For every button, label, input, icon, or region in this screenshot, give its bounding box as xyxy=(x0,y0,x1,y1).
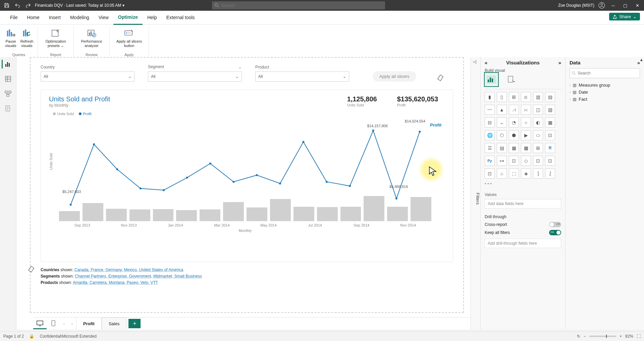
data-search[interactable] xyxy=(570,68,640,78)
tab-view[interactable]: View xyxy=(94,11,113,24)
viz-type-icon[interactable]: ▦ xyxy=(509,143,519,153)
viz-type-icon[interactable]: ◇ xyxy=(521,156,531,166)
eraser-icon[interactable] xyxy=(27,264,36,273)
viz-type-icon[interactable]: ⫼ xyxy=(521,92,531,102)
keep-filters-toggle[interactable]: On xyxy=(549,230,561,235)
viz-type-icon[interactable]: ☰ xyxy=(485,143,495,153)
fit-page-icon[interactable]: ⛶ xyxy=(637,334,641,339)
desktop-layout-icon[interactable] xyxy=(33,318,47,329)
prev-sheet-icon[interactable]: ‹ xyxy=(60,321,68,326)
viz-type-icon[interactable]: R xyxy=(545,143,555,153)
slicer-product[interactable]: Product All⌄ xyxy=(255,64,349,82)
viz-type-icon[interactable]: ⬢ xyxy=(509,130,519,140)
tab-modeling[interactable]: Modeling xyxy=(65,11,94,24)
tab-external-tools[interactable]: External tools xyxy=(162,11,200,24)
zoom-in-button[interactable]: + xyxy=(620,334,622,339)
viz-type-icon[interactable]: ○ xyxy=(521,117,531,128)
viz-type-icon[interactable]: ⩙ xyxy=(521,105,531,115)
chevron-down-icon[interactable]: ⌄ xyxy=(238,64,242,69)
tab-optimize[interactable]: Optimize xyxy=(113,10,143,25)
filters-pane-collapsed[interactable]: ◁ Filters xyxy=(471,57,481,330)
apply-slicers-button-ribbon[interactable]: Apply all slicers button xyxy=(112,27,146,48)
report-view-icon[interactable] xyxy=(2,60,12,68)
next-sheet-icon[interactable]: › xyxy=(68,321,76,326)
sheet-tab-profit[interactable]: Profit xyxy=(76,317,102,330)
mobile-layout-icon[interactable] xyxy=(47,318,60,329)
tab-help[interactable]: Help xyxy=(143,11,162,24)
model-view-icon[interactable] xyxy=(4,89,12,98)
tree-item-measures[interactable]: ›▦Measures group xyxy=(570,82,640,89)
viz-type-icon[interactable]: ▥ xyxy=(533,92,543,102)
collapse-icon[interactable]: « xyxy=(485,60,487,65)
viz-type-icon[interactable]: ▤ xyxy=(497,143,507,153)
tab-insert[interactable]: Insert xyxy=(44,11,65,24)
viz-type-icon[interactable]: ⊞ xyxy=(509,92,519,102)
viz-type-icon[interactable]: ▶ xyxy=(521,130,531,140)
viz-type-icon[interactable]: ⊡ xyxy=(533,156,543,166)
share-button[interactable]: Share ⌄ xyxy=(609,13,640,20)
viz-type-icon[interactable]: ⊡ xyxy=(509,156,519,166)
sheet-tab-sales[interactable]: Sales xyxy=(102,318,127,330)
zoom-out-button[interactable]: − xyxy=(584,334,586,339)
close-icon[interactable]: ✕ xyxy=(633,1,641,9)
viz-type-icon[interactable]: ▩ xyxy=(521,143,531,153)
viz-type-icon[interactable]: ▤ xyxy=(545,92,555,102)
add-sheet-button[interactable]: + xyxy=(128,319,141,328)
redo-icon[interactable] xyxy=(24,1,32,9)
pause-visuals-button[interactable]: Pause visuals xyxy=(3,27,19,48)
viz-type-icon[interactable]: ⟆ xyxy=(533,168,543,179)
chart-plot[interactable]: Units Sold Profit $5,247,603 $14,157,806… xyxy=(59,119,431,230)
viz-type-icon[interactable]: ⊡ xyxy=(545,130,555,140)
user-name[interactable]: Zoe Douglas (MSIT) xyxy=(558,3,594,8)
viz-type-icon[interactable]: ⬚ xyxy=(509,168,519,179)
viz-type-icon[interactable]: ⬭ xyxy=(533,130,543,140)
viz-type-icon[interactable]: ▧ xyxy=(545,105,555,115)
slicer-country[interactable]: Country All⌄ xyxy=(41,64,135,82)
zoom-level[interactable]: 82% xyxy=(625,334,633,339)
viz-type-icon[interactable]: ⊡ xyxy=(485,168,495,179)
viz-type-icon[interactable]: ⊟ xyxy=(485,117,495,128)
tab-home[interactable]: Home xyxy=(22,11,44,24)
format-visual-icon[interactable] xyxy=(505,73,518,86)
viz-type-icon[interactable]: ◔ xyxy=(509,117,519,128)
search-input[interactable] xyxy=(220,3,382,8)
refresh-visuals-button[interactable]: Refresh visuals xyxy=(19,27,35,48)
report-page[interactable]: Country All⌄ Segment⌄ All⌄ Product All⌄ … xyxy=(30,57,464,313)
viz-type-icon[interactable]: ◈ xyxy=(521,168,531,179)
tab-file[interactable]: File xyxy=(5,11,22,24)
chart-visual[interactable]: Units Sold and Profit by Monthly 1,125,8… xyxy=(41,90,453,262)
global-search[interactable] xyxy=(212,1,385,9)
viz-type-icon[interactable]: ⌄ xyxy=(497,117,507,128)
minimize-icon[interactable]: ─ xyxy=(609,1,617,9)
viz-type-icon[interactable]: Py xyxy=(485,156,495,166)
viz-type-icon[interactable]: ▲ xyxy=(497,105,507,115)
apply-slicers-button[interactable]: Apply all slicers xyxy=(373,71,416,82)
values-field-well[interactable]: Add data fields here xyxy=(485,199,561,208)
viz-type-icon[interactable]: ⬡ xyxy=(497,130,507,140)
undo-icon[interactable] xyxy=(13,1,21,9)
expand-icon[interactable]: » xyxy=(558,60,561,65)
viz-type-icon[interactable]: ◐ xyxy=(533,117,543,128)
viz-type-icon[interactable]: 🌐 xyxy=(485,130,495,140)
dax-view-icon[interactable] xyxy=(4,104,12,113)
eraser-icon[interactable] xyxy=(436,73,445,82)
viz-type-icon[interactable]: ⩘ xyxy=(509,105,519,115)
tree-item-fact[interactable]: ›▦Fact xyxy=(570,96,640,103)
viz-type-icon[interactable]: ▮ xyxy=(485,92,495,102)
viz-type-icon[interactable]: ⊞ xyxy=(533,143,543,153)
save-icon[interactable] xyxy=(3,1,11,9)
viz-type-icon[interactable]: ⊶ xyxy=(497,156,507,166)
update-available-icon[interactable]: ↻ xyxy=(577,334,580,339)
slicer-segment[interactable]: Segment⌄ All⌄ xyxy=(148,64,242,82)
viz-type-icon[interactable]: 〰 xyxy=(485,105,495,115)
data-view-icon[interactable] xyxy=(4,75,12,83)
performance-analyzer-button[interactable]: Performance analyzer xyxy=(76,27,107,48)
drill-through-field-well[interactable]: Add drill-through fields here xyxy=(485,239,561,248)
viz-type-icon[interactable]: ⊡ xyxy=(545,156,555,166)
more-visuals-icon[interactable]: • • • xyxy=(485,181,561,186)
viz-type-icon[interactable]: ⌂ xyxy=(497,168,507,179)
viz-type-icon[interactable]: ▯ xyxy=(497,92,507,102)
viz-type-icon[interactable]: ▦ xyxy=(545,117,555,128)
viz-type-icon[interactable]: ◫ xyxy=(533,105,543,115)
optimization-presets-button[interactable]: Optimization presets ⌄ xyxy=(41,27,71,48)
